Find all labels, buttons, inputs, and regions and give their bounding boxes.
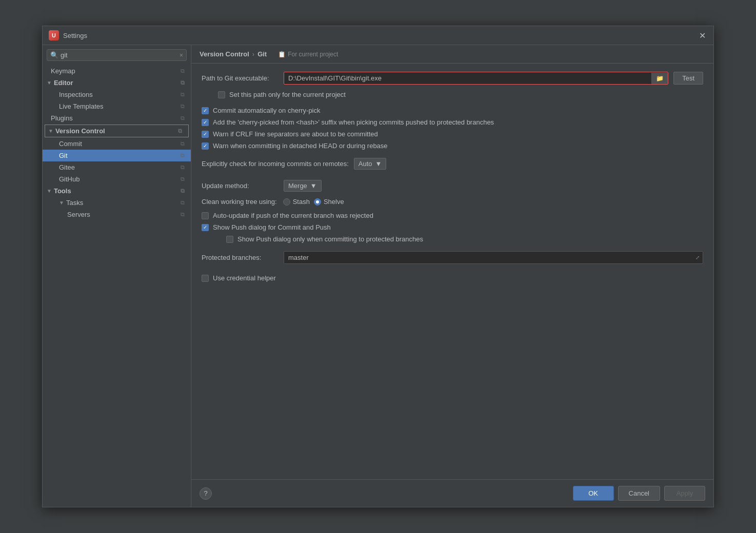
settings-panel: Path to Git executable: 📁 Test Set this … [191, 64, 713, 479]
sidebar-item-plugins[interactable]: Plugins ⧉ [43, 112, 191, 124]
project-icon: 📋 [278, 51, 286, 58]
sidebar-item-label: Tasks [66, 199, 83, 207]
copy-icon: ⧉ [181, 115, 185, 121]
cherry-pick-suffix-row: Add the 'cherry-picked from <hash>' suff… [202, 118, 703, 126]
copy-icon: ⧉ [181, 68, 185, 74]
dropdown-arrow-update: ▼ [310, 182, 317, 190]
update-method-row: Update method: Merge ▼ [202, 180, 703, 192]
protected-branches-label: Protected branches: [202, 254, 278, 261]
warn-crlf-checkbox[interactable] [202, 131, 209, 138]
ok-button[interactable]: OK [573, 486, 614, 501]
test-button[interactable]: Test [673, 72, 703, 85]
sidebar: 🔍 × Keymap ⧉ ▼ Editor ⧉ Inspections ⧉ [43, 45, 191, 507]
cherry-pick-suffix-label: Add the 'cherry-picked from <hash>' suff… [213, 118, 494, 126]
warn-detached-row: Warn when committing in detached HEAD or… [202, 142, 703, 150]
title-bar-left: U Settings [49, 30, 87, 40]
breadcrumb: Version Control › Git 📋 For current proj… [191, 45, 713, 64]
copy-icon: ⧉ [181, 211, 185, 218]
use-credential-checkbox[interactable] [202, 275, 209, 282]
apply-button[interactable]: Apply [664, 486, 705, 501]
sidebar-item-label: Git [59, 152, 68, 159]
title-bar: U Settings ✕ [43, 26, 713, 45]
expand-arrow-tools: ▼ [47, 188, 52, 194]
breadcrumb-separator: › [252, 50, 254, 58]
protected-input-wrapper: ⤢ [284, 251, 703, 264]
sidebar-item-version-control[interactable]: ▼ Version Control ⧉ [45, 125, 189, 137]
path-input[interactable] [284, 72, 651, 84]
sidebar-item-keymap[interactable]: Keymap ⧉ [43, 65, 191, 77]
warn-detached-label: Warn when committing in detached HEAD or… [213, 142, 388, 150]
sidebar-item-git[interactable]: Git ⧉ [43, 150, 191, 161]
stash-radio-circle[interactable] [283, 198, 290, 206]
warn-crlf-row: Warn if CRLF line separators are about t… [202, 130, 703, 138]
show-push-dialog-label: Show Push dialog for Commit and Push [213, 223, 331, 231]
show-push-protected-checkbox[interactable] [226, 236, 233, 243]
set-path-checkbox[interactable] [218, 91, 225, 98]
expand-arrow-vc: ▼ [48, 128, 53, 134]
warn-detached-checkbox[interactable] [202, 142, 209, 150]
update-method-value: Merge [288, 182, 307, 190]
copy-icon: ⧉ [181, 188, 185, 194]
sidebar-item-label: Gitee [59, 163, 75, 171]
sidebar-item-tools[interactable]: ▼ Tools ⧉ [43, 185, 191, 197]
dialog-body: 🔍 × Keymap ⧉ ▼ Editor ⧉ Inspections ⧉ [43, 45, 713, 507]
sidebar-item-inspections[interactable]: Inspections ⧉ [43, 89, 191, 100]
sidebar-item-label: Editor [54, 79, 73, 87]
set-path-row: Set this path only for the current proje… [202, 91, 703, 98]
shelve-radio-circle[interactable] [314, 198, 321, 206]
use-credential-label: Use credential helper [213, 274, 276, 282]
search-icon: 🔍 [50, 51, 58, 59]
update-method-dropdown[interactable]: Merge ▼ [284, 180, 322, 192]
sidebar-item-servers[interactable]: Servers ⧉ [43, 209, 191, 220]
help-button[interactable]: ? [200, 487, 212, 500]
sidebar-item-label: Version Control [55, 127, 105, 135]
sidebar-item-gitee[interactable]: Gitee ⧉ [43, 161, 191, 173]
search-input[interactable] [61, 51, 177, 59]
auto-update-checkbox[interactable] [202, 212, 209, 219]
show-push-dialog-checkbox[interactable] [202, 224, 209, 231]
radio-shelve[interactable]: Shelve [314, 198, 344, 206]
copy-icon: ⧉ [181, 176, 185, 182]
expand-arrow-tasks: ▼ [59, 200, 64, 206]
set-path-label: Set this path only for the current proje… [229, 91, 346, 98]
app-icon: U [49, 30, 59, 40]
clean-working-tree-label: Clean working tree using: [202, 198, 277, 206]
sidebar-item-tasks[interactable]: ▼ Tasks ⧉ [43, 197, 191, 209]
sidebar-item-live-templates[interactable]: Live Templates ⧉ [43, 100, 191, 112]
expand-arrow-editor: ▼ [47, 80, 52, 86]
sidebar-item-github[interactable]: GitHub ⧉ [43, 173, 191, 185]
search-clear-button[interactable]: × [180, 52, 183, 59]
expand-icon[interactable]: ⤢ [692, 253, 703, 262]
protected-branches-input[interactable] [284, 252, 692, 263]
copy-icon: ⧉ [181, 164, 185, 171]
divider-5 [202, 270, 703, 274]
sidebar-item-label: Plugins [51, 114, 73, 122]
browse-button[interactable]: 📁 [651, 73, 668, 84]
show-push-protected-row: Show Push dialog only when committing to… [202, 235, 703, 243]
breadcrumb-root: Version Control [200, 50, 249, 58]
radio-stash[interactable]: Stash [283, 198, 310, 206]
auto-update-label: Auto-update if push of the current branc… [213, 212, 373, 219]
incoming-commits-dropdown[interactable]: Auto ▼ [354, 158, 387, 170]
path-label: Path to Git executable: [202, 74, 278, 82]
warn-crlf-label: Warn if CRLF line separators are about t… [213, 130, 378, 138]
clean-working-tree-row: Clean working tree using: Stash Shelve [202, 198, 703, 206]
use-credential-row: Use credential helper [202, 274, 703, 282]
dialog-footer: ? OK Cancel Apply [191, 479, 713, 507]
sidebar-item-label: Live Templates [59, 102, 103, 110]
sidebar-item-editor[interactable]: ▼ Editor ⧉ [43, 77, 191, 89]
commit-cherry-pick-label: Commit automatically on cherry-pick [213, 107, 321, 114]
close-button[interactable]: ✕ [697, 30, 707, 40]
path-input-wrapper: 📁 [284, 72, 668, 85]
divider-3 [202, 176, 703, 180]
main-content: Version Control › Git 📋 For current proj… [191, 45, 713, 507]
commit-cherry-pick-checkbox[interactable] [202, 107, 209, 114]
incoming-commits-label: Explicitly check for incoming commits on… [202, 160, 349, 168]
divider-2 [202, 154, 703, 158]
cherry-pick-suffix-checkbox[interactable] [202, 119, 209, 126]
sidebar-item-commit[interactable]: Commit ⧉ [43, 138, 191, 150]
cancel-button[interactable]: Cancel [618, 486, 660, 501]
search-bar[interactable]: 🔍 × [47, 49, 187, 61]
path-field-row: Path to Git executable: 📁 Test [202, 72, 703, 85]
commit-cherry-pick-row: Commit automatically on cherry-pick [202, 107, 703, 114]
